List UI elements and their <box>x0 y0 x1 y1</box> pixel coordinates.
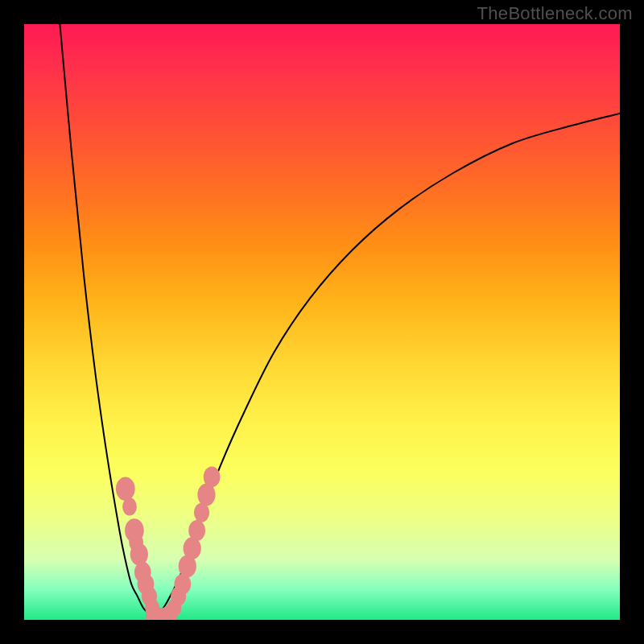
data-marker <box>116 477 135 501</box>
attribution-text: TheBottleneck.com <box>477 3 633 24</box>
outer-frame: TheBottleneck.com <box>0 0 644 644</box>
bead-group <box>116 466 221 620</box>
data-marker <box>122 497 137 515</box>
data-marker <box>130 543 148 566</box>
chart-svg <box>24 24 620 620</box>
right-curve <box>155 114 620 620</box>
data-marker <box>204 466 221 487</box>
plot-area <box>24 24 620 620</box>
data-marker <box>188 520 205 541</box>
